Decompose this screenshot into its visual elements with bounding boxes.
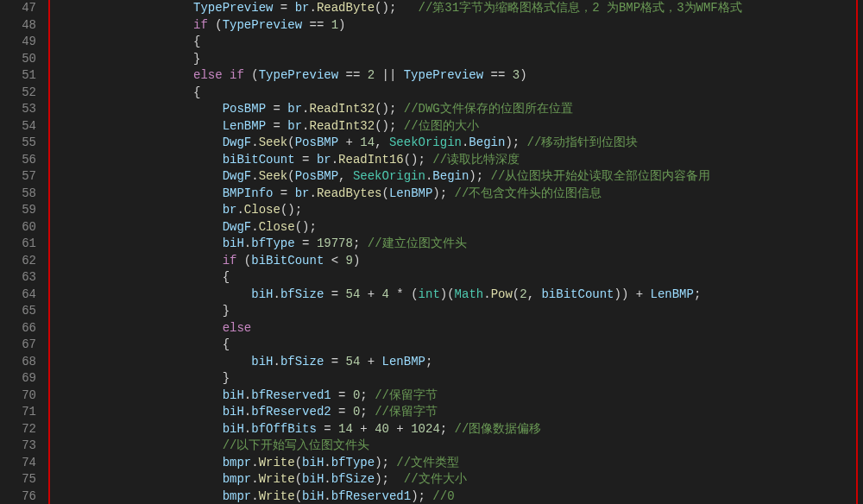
- code-line[interactable]: biH.bfSize = 54 + LenBMP;: [48, 354, 863, 371]
- token-pn: {: [193, 85, 200, 99]
- token-num: 54: [346, 355, 361, 369]
- token-pn: );: [469, 169, 490, 183]
- token-pn: {: [223, 337, 230, 351]
- token-num: 3: [513, 68, 520, 82]
- code-line[interactable]: else: [48, 320, 863, 337]
- code-line[interactable]: bmpr.Write(biH.bfType); //文件类型: [48, 455, 863, 472]
- indent: [48, 304, 223, 318]
- token-pn: ;: [360, 405, 375, 419]
- line-number[interactable]: 61: [0, 236, 36, 253]
- token-var: bfReserved1: [331, 489, 411, 503]
- line-number[interactable]: 52: [0, 85, 36, 102]
- line-number[interactable]: 62: [0, 253, 36, 270]
- token-pn: )(: [440, 287, 455, 301]
- code-line[interactable]: //以下开始写入位图文件头: [48, 438, 863, 455]
- code-line[interactable]: {: [48, 85, 863, 102]
- code-line[interactable]: }: [48, 370, 863, 387]
- line-number[interactable]: 53: [0, 101, 36, 118]
- code-area[interactable]: TypePreview = br.ReadByte(); //第31字节为缩略图…: [48, 0, 863, 504]
- token-pn: .: [324, 456, 331, 469]
- token-op: =: [295, 153, 317, 167]
- token-pn: (: [236, 254, 251, 268]
- indent: [48, 203, 223, 217]
- code-line[interactable]: PosBMP = br.ReadInt32(); //DWG文件保存的位图所在位…: [48, 101, 863, 118]
- line-number[interactable]: 54: [0, 118, 36, 135]
- line-number[interactable]: 65: [0, 303, 36, 320]
- token-var: bfReserved2: [251, 405, 331, 419]
- token-var: biH: [223, 422, 244, 436]
- token-var: biH: [302, 489, 324, 503]
- indent: [48, 85, 193, 99]
- token-op: =: [331, 405, 353, 419]
- line-number[interactable]: 71: [0, 404, 36, 421]
- code-line[interactable]: DwgF.Seek(PosBMP, SeekOrigin.Begin); //从…: [48, 168, 863, 186]
- token-pn: ();: [375, 119, 404, 133]
- token-fn: Write: [259, 456, 295, 469]
- line-number[interactable]: 73: [0, 438, 36, 455]
- code-line[interactable]: biH.bfReserved1 = 0; //保留字节: [48, 387, 863, 405]
- token-cls: Math: [455, 287, 484, 301]
- line-number[interactable]: 72: [0, 421, 36, 438]
- code-line[interactable]: {: [48, 337, 863, 354]
- line-number[interactable]: 50: [0, 51, 36, 68]
- line-number[interactable]: 63: [0, 269, 36, 287]
- code-line[interactable]: bmpr.Write(biH.bfSize); //文件大小: [48, 471, 863, 488]
- token-pn: ();: [375, 102, 404, 116]
- code-editor[interactable]: 4748495051525354555657585960616263646566…: [0, 0, 863, 504]
- code-line[interactable]: else if (TypePreview == 2 || TypePreview…: [48, 67, 863, 85]
- code-line[interactable]: TypePreview = br.ReadByte(); //第31字节为缩略图…: [48, 0, 863, 17]
- token-var: biH: [223, 405, 244, 419]
- token-cm: //不包含文件头的位图信息: [455, 186, 602, 200]
- line-number[interactable]: 76: [0, 488, 36, 505]
- code-line[interactable]: DwgF.Seek(PosBMP + 14, SeekOrigin.Begin)…: [48, 135, 863, 152]
- line-number[interactable]: 67: [0, 337, 36, 354]
- line-number[interactable]: 59: [0, 202, 36, 219]
- line-number[interactable]: 64: [0, 287, 36, 304]
- token-pn: ,: [375, 135, 389, 149]
- code-line[interactable]: bmpr.Write(biH.bfReserved1); //0: [48, 488, 863, 505]
- line-number[interactable]: 47: [0, 0, 36, 17]
- code-line[interactable]: biH.bfOffBits = 14 + 40 + 1024; //图像数据偏移: [48, 421, 863, 438]
- code-line[interactable]: {: [48, 34, 863, 51]
- line-number-gutter[interactable]: 4748495051525354555657585960616263646566…: [0, 0, 48, 504]
- token-pn: (: [513, 287, 520, 301]
- line-number[interactable]: 57: [0, 168, 36, 186]
- line-number[interactable]: 58: [0, 186, 36, 203]
- line-number[interactable]: 69: [0, 370, 36, 387]
- line-number[interactable]: 68: [0, 354, 36, 371]
- token-var: br: [295, 1, 310, 15]
- token-var: LenBMP: [223, 119, 266, 133]
- code-line[interactable]: }: [48, 51, 863, 68]
- token-num: 1024: [411, 422, 440, 436]
- code-line[interactable]: br.Close();: [48, 202, 863, 219]
- token-var: Begin: [469, 135, 505, 149]
- line-number[interactable]: 60: [0, 219, 36, 236]
- code-line[interactable]: if (TypePreview == 1): [48, 17, 863, 35]
- line-number[interactable]: 55: [0, 135, 36, 152]
- code-line[interactable]: biH.bfSize = 54 + 4 * (int)(Math.Pow(2, …: [48, 287, 863, 304]
- line-number[interactable]: 75: [0, 471, 36, 488]
- code-line[interactable]: DwgF.Close();: [48, 219, 863, 236]
- line-number[interactable]: 48: [0, 17, 36, 35]
- token-pn: (: [208, 18, 223, 32]
- token-var: LenBMP: [389, 186, 432, 200]
- code-line[interactable]: if (biBitCount < 9): [48, 253, 863, 270]
- indent: [48, 287, 251, 301]
- code-line[interactable]: BMPInfo = br.ReadBytes(LenBMP); //不包含文件头…: [48, 186, 863, 203]
- code-line[interactable]: biBitCount = br.ReadInt16(); //读取比特深度: [48, 152, 863, 169]
- line-number[interactable]: 74: [0, 455, 36, 472]
- token-cls: SeekOrigin: [353, 169, 425, 183]
- token-pn: .: [251, 489, 258, 503]
- token-fn: Close: [259, 220, 295, 234]
- code-line[interactable]: LenBMP = br.ReadInt32(); //位图的大小: [48, 118, 863, 135]
- token-pn: }: [223, 304, 230, 318]
- code-line[interactable]: biH.bfReserved2 = 0; //保留字节: [48, 404, 863, 421]
- code-line[interactable]: }: [48, 303, 863, 320]
- line-number[interactable]: 49: [0, 34, 36, 51]
- line-number[interactable]: 56: [0, 152, 36, 169]
- code-line[interactable]: {: [48, 269, 863, 287]
- code-line[interactable]: biH.bfType = 19778; //建立位图文件头: [48, 236, 863, 253]
- line-number[interactable]: 51: [0, 67, 36, 85]
- line-number[interactable]: 66: [0, 320, 36, 337]
- line-number[interactable]: 70: [0, 387, 36, 405]
